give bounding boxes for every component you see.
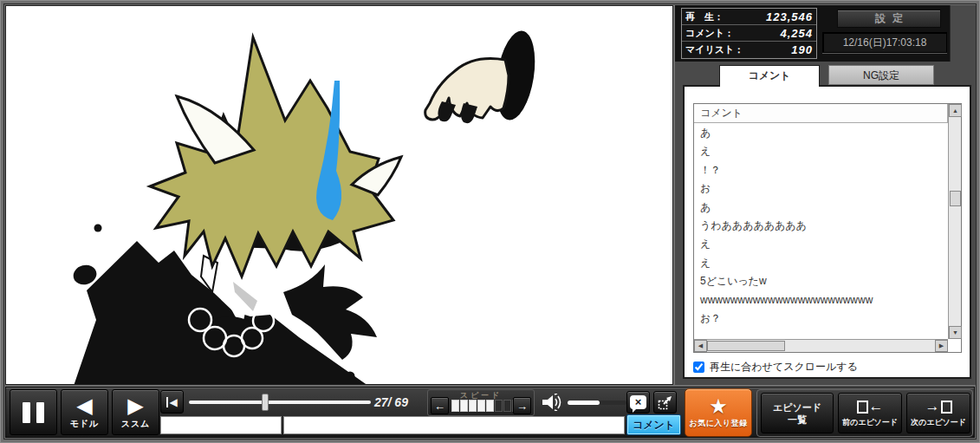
- comment-list-header: コメント: [694, 104, 948, 123]
- next-episode-icon: →: [925, 398, 952, 415]
- scroll-right-icon[interactable]: ▶: [935, 340, 948, 352]
- next-episode-label: 次のエピソード: [911, 417, 966, 428]
- comment-item[interactable]: あ: [694, 199, 948, 217]
- tab-ng-settings[interactable]: NG設定: [828, 65, 934, 85]
- speed-block: [451, 400, 459, 412]
- prev-episode-label: 前のエピソード: [842, 417, 898, 428]
- control-bar: ◀ モドル ▶ ススム ◀ 27/ 69 スピード ← →: [5, 387, 975, 438]
- stat-label: 再 生：: [685, 10, 724, 23]
- speed-block: [486, 400, 494, 412]
- stat-value: 4,254: [780, 27, 813, 40]
- speed-control: スピード ← →: [427, 389, 535, 416]
- horizontal-scroll-thumb[interactable]: [707, 341, 785, 351]
- comment-item[interactable]: wwwwwwwwwwwwwwwwwwwwwww: [694, 291, 948, 309]
- comment-panel: コメント あえ！？おあうわああああああああええ5どこいったwwwwwwwwwww…: [683, 85, 971, 379]
- stats-table: 再 生： 123,546 コメント： 4,254 マイリスト： 190: [681, 8, 817, 59]
- star-icon: ★: [709, 396, 728, 417]
- forward-arrow-icon: ▶: [127, 395, 143, 416]
- episode-list-label-1: エピソード: [773, 401, 821, 414]
- comment-item[interactable]: え: [694, 235, 948, 253]
- stat-value: 123,546: [766, 10, 813, 23]
- frame-counter: 27/ 69: [374, 395, 423, 409]
- autoscroll-option[interactable]: 再生に合わせてスクロールする: [693, 360, 858, 375]
- volume-control: [542, 391, 626, 414]
- episode-list-button[interactable]: エピソード 一覧: [761, 393, 834, 433]
- pause-button[interactable]: [10, 389, 57, 435]
- comment-item[interactable]: ！？: [694, 161, 948, 179]
- speed-block: [495, 400, 503, 412]
- info-panel: 再 生： 123,546 コメント： 4,254 マイリスト： 190 設定 1…: [675, 5, 976, 385]
- video-player-window: 再 生： 123,546 コメント： 4,254 マイリスト： 190 設定 1…: [0, 0, 980, 443]
- stat-row-mylist: マイリスト： 190: [682, 42, 816, 58]
- stat-label: マイリスト：: [685, 43, 743, 56]
- autoscroll-checkbox[interactable]: [693, 362, 704, 373]
- skip-bar-icon: [166, 397, 168, 407]
- autoscroll-label: 再生に合わせてスクロールする: [710, 360, 858, 375]
- speed-down-button[interactable]: ←: [431, 397, 449, 414]
- ink-dot-small: [94, 225, 102, 232]
- volume-fill: [568, 401, 600, 405]
- favorite-button[interactable]: ★ お気に入り登録: [685, 388, 752, 437]
- stat-value: 190: [791, 43, 813, 56]
- resize-icon: [658, 394, 673, 410]
- hide-comments-button[interactable]: ×: [626, 391, 650, 414]
- tab-bar: コメント NG設定: [675, 65, 976, 85]
- command-input[interactable]: [160, 416, 282, 434]
- speed-up-button[interactable]: →: [513, 397, 531, 414]
- skip-to-start-button[interactable]: ◀: [160, 390, 184, 414]
- vertical-scroll-thumb[interactable]: [950, 191, 961, 206]
- comment-item[interactable]: うわああああああああ: [694, 217, 948, 235]
- seek-bar[interactable]: [187, 390, 373, 414]
- comment-item[interactable]: え: [694, 142, 948, 160]
- speed-blocks: [451, 400, 520, 412]
- step-forward-button[interactable]: ▶ ススム: [112, 389, 159, 435]
- video-area: [5, 5, 673, 385]
- horizontal-scrollbar[interactable]: ◀ ▶: [694, 339, 948, 352]
- speed-block: [503, 400, 511, 412]
- comment-off-icon: ×: [630, 395, 646, 409]
- speed-block: [460, 400, 468, 412]
- comment-item[interactable]: お: [694, 179, 948, 198]
- comment-item[interactable]: あ: [694, 124, 948, 142]
- video-illustration: [6, 6, 673, 385]
- seek-track[interactable]: [189, 401, 371, 404]
- prev-episode-icon: ←: [857, 398, 884, 415]
- episode-list-label-2: 一覧: [788, 414, 807, 426]
- stat-row-comments: コメント： 4,254: [682, 25, 816, 42]
- scroll-up-icon[interactable]: ▲: [949, 104, 962, 117]
- comment-item[interactable]: え: [694, 254, 948, 272]
- step-back-button[interactable]: ◀ モドル: [61, 389, 108, 435]
- comment-item[interactable]: 5どこいったw: [694, 272, 948, 290]
- comment-list: あえ！？おあうわああああああああええ5どこいったwwwwwwwwwwwwwwww…: [694, 124, 948, 339]
- tab-comment[interactable]: コメント: [719, 65, 820, 87]
- skip-arrow-icon: ◀: [169, 396, 177, 408]
- comment-input[interactable]: [283, 416, 625, 434]
- stats-panel: 再 生： 123,546 コメント： 4,254 マイリスト： 190 設定 1…: [675, 5, 951, 62]
- speaker-icon: [542, 394, 562, 411]
- settings-button[interactable]: 設定: [837, 10, 941, 28]
- vertical-scrollbar[interactable]: ▲ ▼: [948, 104, 961, 339]
- comment-submit-button[interactable]: コメント: [626, 414, 681, 435]
- stat-row-views: 再 生： 123,546: [682, 9, 816, 25]
- stat-label: コメント：: [685, 27, 734, 40]
- seek-thumb[interactable]: [262, 394, 269, 411]
- volume-slider[interactable]: [568, 401, 626, 405]
- pause-icon: [23, 402, 44, 423]
- episode-button-group: エピソード 一覧 ← 前のエピソード → 次のエピソード: [756, 389, 973, 437]
- back-label: モドル: [70, 418, 100, 430]
- prev-episode-button[interactable]: ← 前のエピソード: [838, 393, 902, 433]
- comment-listbox[interactable]: コメント あえ！？おあうわああああああああええ5どこいったwwwwwwwwwww…: [693, 103, 962, 353]
- back-arrow-icon: ◀: [76, 395, 92, 416]
- speed-block: [469, 400, 477, 412]
- resize-button[interactable]: [653, 391, 677, 414]
- speed-block: [477, 400, 485, 412]
- favorite-label: お気に入り登録: [689, 418, 747, 429]
- scroll-left-icon[interactable]: ◀: [694, 340, 707, 352]
- forward-label: ススム: [121, 418, 151, 430]
- datetime-display: 12/16(日)17:03:18: [822, 32, 947, 53]
- scroll-down-icon[interactable]: ▼: [949, 326, 962, 339]
- next-episode-button[interactable]: → 次のエピソード: [906, 393, 970, 433]
- comment-item[interactable]: お？: [694, 309, 948, 328]
